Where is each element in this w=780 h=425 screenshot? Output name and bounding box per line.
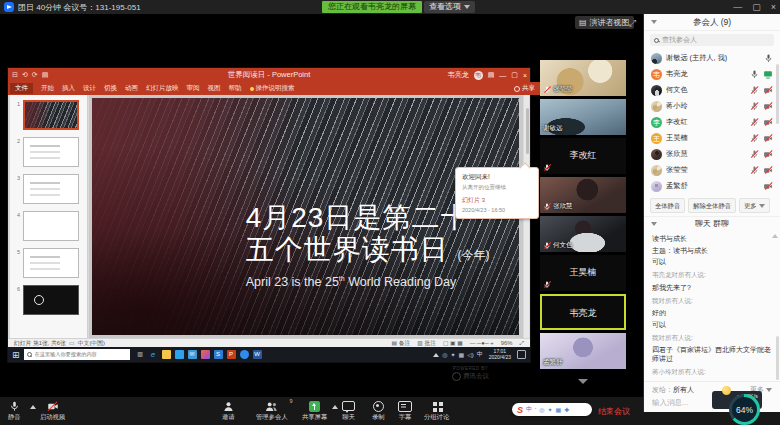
resume-reading-popup[interactable]: 欢迎回来! 从离开的位置继续 幻灯片 3 2020/4/23 - 16:50 bbox=[455, 167, 539, 219]
tray-expand-icon[interactable] bbox=[433, 353, 439, 357]
camera-off-icon[interactable] bbox=[763, 102, 773, 111]
mic-muted-icon[interactable] bbox=[750, 166, 759, 175]
slide-thumb-selected[interactable] bbox=[23, 100, 79, 130]
powerpoint-icon[interactable]: P bbox=[227, 350, 236, 359]
ppt-restore-button[interactable]: ▢ bbox=[511, 71, 518, 79]
record-button[interactable]: 录制 bbox=[372, 400, 385, 422]
mic-options-chevron[interactable] bbox=[30, 405, 36, 409]
ime-language-icon[interactable]: 中 bbox=[526, 405, 532, 414]
ppt-minimize-button[interactable]: — bbox=[499, 72, 506, 79]
camera-off-icon[interactable] bbox=[763, 150, 773, 159]
tray-icon-2[interactable]: ✦ bbox=[450, 351, 455, 358]
ime-skin-icon[interactable]: ✦ bbox=[547, 406, 552, 413]
participant-row[interactable]: 孟繁舒 bbox=[644, 178, 780, 194]
slide-thumb-1[interactable]: 1 bbox=[14, 100, 87, 130]
start-button-icon[interactable]: ⊞ bbox=[12, 350, 20, 360]
slide-thumb-6[interactable]: 6 bbox=[14, 285, 87, 315]
zoom-level[interactable]: 96% bbox=[501, 340, 513, 346]
performance-float-ball[interactable]: 64% bbox=[729, 394, 760, 425]
participant-search-input[interactable]: 查找参会人 bbox=[650, 34, 774, 46]
fullscreen-icon[interactable]: ⤢ bbox=[629, 18, 636, 29]
clock[interactable]: 17:012020/4/23 bbox=[489, 349, 511, 360]
video-tile[interactable]: 孟繁舒 bbox=[540, 333, 626, 369]
participant-row[interactable]: 韦 韦亮龙 bbox=[644, 66, 780, 82]
participant-row[interactable]: 蒋小玲 bbox=[644, 98, 780, 114]
mic-muted-icon[interactable] bbox=[750, 134, 759, 143]
share-button[interactable]: 共享 bbox=[514, 84, 535, 93]
video-tile[interactable]: 张莹莹 bbox=[540, 60, 626, 96]
speaker-view-button[interactable]: ▤ 演讲者视图 bbox=[575, 16, 634, 29]
tab-view[interactable]: 视图 bbox=[208, 84, 221, 93]
ime-toolbar[interactable]: S 中 ' ◎ ✦ ▦ ✚ bbox=[512, 403, 592, 416]
tray-icon-1[interactable]: ◎ bbox=[442, 351, 447, 358]
mic-icon[interactable] bbox=[764, 54, 773, 63]
chat-scrollbar[interactable] bbox=[776, 336, 779, 380]
participants-scrollbar[interactable] bbox=[776, 64, 779, 124]
mute-all-button[interactable]: 全体静音 bbox=[650, 198, 685, 213]
start-video-button[interactable]: 启动视频 bbox=[40, 400, 65, 422]
video-tile-active-speaker[interactable]: 韦亮龙 bbox=[540, 294, 626, 330]
mute-button[interactable]: 静音 bbox=[8, 400, 21, 422]
view-switcher-icons[interactable]: ▢ ▣ ▦ bbox=[443, 340, 463, 346]
taskbar-search[interactable]: 在这里输入你要搜索的内容 bbox=[24, 349, 130, 360]
slide-thumb-5[interactable]: 5 bbox=[14, 248, 87, 278]
mic-muted-icon[interactable] bbox=[750, 118, 759, 127]
photos-icon[interactable] bbox=[201, 350, 210, 359]
ime-indicator[interactable]: 中 bbox=[477, 350, 483, 359]
slide-thumb-2[interactable]: 2 bbox=[14, 137, 87, 167]
manage-participants-button[interactable]: 9 管理参会人 bbox=[256, 400, 287, 422]
slide-thumb-3[interactable]: 3 bbox=[14, 174, 87, 204]
close-button[interactable]: × bbox=[771, 0, 776, 14]
participant-row[interactable]: 王 王昊楠 bbox=[644, 130, 780, 146]
tray-icon-3[interactable]: ▦ bbox=[458, 351, 464, 358]
fit-slide-icon[interactable]: ⤢ bbox=[519, 340, 524, 347]
edge-icon[interactable]: e bbox=[149, 350, 158, 359]
slide-thumb-4[interactable]: 4 bbox=[14, 211, 87, 241]
collapse-icon[interactable] bbox=[651, 222, 657, 226]
popup-slide-ref[interactable]: 幻灯片 3 bbox=[462, 196, 532, 205]
tab-home[interactable]: 开始 bbox=[41, 84, 54, 93]
more-button[interactable]: 更多 bbox=[739, 198, 770, 213]
tellme-search[interactable]: 操作说明搜索 bbox=[250, 84, 295, 93]
sogou-logo-icon[interactable]: S bbox=[517, 405, 523, 415]
tab-review[interactable]: 审阅 bbox=[187, 84, 200, 93]
ime-toolbox-icon[interactable]: ✚ bbox=[564, 406, 569, 413]
video-tile[interactable]: 张欣慧 bbox=[540, 177, 626, 213]
camera-off-icon[interactable] bbox=[763, 118, 773, 127]
camera-off-icon[interactable] bbox=[763, 182, 773, 191]
ribbon-display-options-icon[interactable]: ▤ bbox=[488, 71, 495, 79]
participant-row[interactable]: 张欣慧 bbox=[644, 146, 780, 162]
zoom-slider[interactable]: — ─●─ + bbox=[470, 340, 494, 346]
invite-button[interactable]: 邀请 bbox=[222, 400, 235, 422]
tab-slideshow[interactable]: 幻灯片放映 bbox=[146, 84, 179, 93]
word-icon[interactable]: W bbox=[253, 350, 262, 359]
mail-icon[interactable]: ✉ bbox=[188, 350, 197, 359]
camera-off-icon[interactable] bbox=[763, 134, 773, 143]
unmute-all-button[interactable]: 解除全体静音 bbox=[688, 198, 736, 213]
minimize-button[interactable]: — bbox=[733, 0, 742, 14]
captions-button[interactable]: 字幕 bbox=[398, 400, 412, 422]
mic-icon[interactable] bbox=[750, 70, 759, 79]
participant-row[interactable]: 谢敏远 (主持人, 我) bbox=[644, 50, 780, 66]
share-screen-button[interactable]: 共享屏幕 bbox=[302, 400, 327, 422]
video-tile[interactable]: 王昊楠 bbox=[540, 255, 626, 291]
ime-emoji-icon[interactable]: ◎ bbox=[539, 406, 544, 413]
mic-muted-icon[interactable] bbox=[750, 86, 759, 95]
s-app-icon[interactable]: S bbox=[214, 350, 223, 359]
camera-off-icon[interactable] bbox=[763, 86, 773, 95]
ppt-user-avatar[interactable]: 韦 bbox=[474, 71, 483, 80]
camera-off-icon[interactable] bbox=[763, 166, 773, 175]
action-center-icon[interactable] bbox=[517, 350, 526, 359]
video-tile[interactable]: 李改红 bbox=[540, 138, 626, 174]
volume-icon[interactable]: ◁) bbox=[467, 351, 474, 358]
end-meeting-button[interactable]: 结束会议 bbox=[598, 406, 630, 417]
send-to-value[interactable]: 所有人 bbox=[673, 385, 694, 395]
meeting-app-icon[interactable] bbox=[240, 350, 249, 359]
video-tile[interactable]: 谢敏远 bbox=[540, 99, 626, 135]
ime-keyboard-icon[interactable]: ▦ bbox=[555, 406, 561, 413]
tab-file[interactable]: 文件 bbox=[10, 83, 33, 94]
share-options-chevron[interactable] bbox=[332, 405, 338, 409]
tab-animations[interactable]: 动画 bbox=[125, 84, 138, 93]
breakout-rooms-button[interactable]: 分组讨论 bbox=[424, 400, 449, 422]
task-view-icon[interactable]: ▥ bbox=[136, 350, 145, 359]
